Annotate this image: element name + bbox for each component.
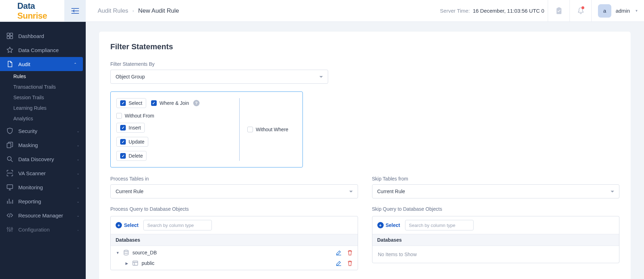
checkbox-without-where[interactable]: Without Where — [247, 127, 288, 132]
process-query-label: Process Query to Database Objects — [110, 206, 358, 212]
sidebar-item-security[interactable]: Security ⌄ — [0, 124, 86, 138]
databases-header: Databases — [111, 234, 358, 246]
sidebar-subitem-rules[interactable]: Rules — [13, 71, 86, 82]
avatar: a — [598, 4, 611, 18]
chevron-down-icon: ⌄ — [77, 185, 79, 189]
skip-select-button[interactable]: +Select — [377, 222, 400, 228]
collapse-toggle[interactable]: ▼ — [116, 251, 120, 255]
sidebar-collapse-button[interactable] — [64, 0, 86, 22]
statement-types-box: Select Where & Join? Without From Insert… — [110, 91, 303, 167]
code-icon — [6, 212, 13, 219]
scan-icon — [6, 170, 13, 177]
breadcrumb-current: New Audit Rule — [138, 7, 179, 14]
server-time: Server Time: 16 December, 11:03:56 UTC 0 — [440, 8, 544, 14]
svg-point-10 — [9, 230, 11, 231]
svg-rect-2 — [7, 33, 9, 36]
help-icon[interactable]: ? — [193, 100, 200, 106]
svg-rect-6 — [7, 143, 11, 148]
user-menu[interactable]: a admin ▾ — [591, 0, 644, 21]
chevron-down-icon: ⌄ — [77, 199, 79, 203]
sidebar-item-data-discovery[interactable]: Data Discovery ⌄ — [0, 152, 86, 166]
chevron-down-icon: ⌄ — [77, 171, 79, 175]
trash-icon[interactable] — [347, 260, 353, 266]
chevron-down-icon: ▾ — [636, 8, 638, 13]
chevron-down-icon: ⌄ — [77, 228, 79, 232]
plus-icon: + — [377, 222, 384, 228]
checkbox-insert[interactable]: Insert — [116, 123, 145, 133]
expand-toggle[interactable]: ▶ — [125, 261, 129, 265]
collapse-icon — [71, 8, 79, 14]
breadcrumb: Audit Rules › New Audit Rule — [98, 7, 179, 14]
filter-by-select[interactable]: Object Group — [110, 70, 328, 84]
user-name: admin — [616, 8, 630, 14]
dashboard-icon — [6, 32, 13, 39]
sidebar-item-audit[interactable]: Audit ⌃ — [0, 57, 83, 71]
sidebar-item-reporting[interactable]: Reporting ⌄ — [0, 194, 86, 208]
sidebar-subitem-analytics[interactable]: Analytics — [13, 113, 86, 124]
edit-icon[interactable] — [336, 250, 341, 255]
sidebar-item-configuration[interactable]: Configuration ⌄ — [0, 222, 86, 236]
checkbox-without-from[interactable]: Without From — [116, 113, 154, 119]
shield-icon — [6, 127, 13, 134]
page-title: Filter Statements — [110, 42, 619, 51]
clipboard-button[interactable] — [548, 0, 570, 22]
svg-rect-3 — [10, 33, 13, 36]
sidebar-item-data-compliance[interactable]: Data Compliance — [0, 43, 86, 57]
notifications-button[interactable] — [570, 0, 591, 22]
plus-icon: + — [116, 222, 122, 228]
sliders-icon — [6, 226, 13, 233]
chevron-down-icon: ⌄ — [77, 143, 79, 147]
empty-state: No Items to Show — [372, 246, 619, 263]
notification-dot — [581, 6, 584, 9]
chevron-up-icon: ⌃ — [74, 62, 77, 66]
checkbox-where-join[interactable]: Where & Join? — [151, 98, 200, 108]
checkbox-update[interactable]: Update — [116, 137, 148, 147]
sidebar-item-resource-manager[interactable]: Resource Manager ⌄ — [0, 208, 86, 222]
checkbox-select[interactable]: Select — [116, 98, 146, 108]
svg-rect-13 — [133, 261, 138, 265]
svg-rect-8 — [7, 185, 13, 189]
chevron-down-icon: ⌄ — [77, 214, 79, 217]
edit-icon[interactable] — [336, 260, 341, 266]
chevron-down-icon: ⌄ — [77, 129, 79, 133]
svg-rect-1 — [558, 7, 560, 9]
svg-rect-4 — [7, 36, 9, 39]
svg-point-12 — [124, 250, 128, 252]
tree-row-schema[interactable]: ▶ public — [111, 258, 358, 268]
monitor-icon — [6, 184, 13, 191]
databases-header: Databases — [372, 234, 619, 246]
svg-point-7 — [7, 157, 11, 160]
svg-point-9 — [7, 228, 8, 229]
checkbox-delete[interactable]: Delete — [116, 151, 147, 161]
trash-icon[interactable] — [347, 250, 353, 255]
skip-query-label: Skip Query to Database Objects — [372, 206, 620, 212]
sidebar-item-masking[interactable]: Masking ⌄ — [0, 138, 86, 152]
process-tables-label: Process Tables in — [110, 176, 358, 182]
process-select-button[interactable]: +Select — [116, 222, 138, 228]
skip-tables-select[interactable]: Current Rule — [372, 184, 620, 198]
svg-point-11 — [11, 228, 13, 229]
tree-row-database[interactable]: ▼ source_DB — [111, 247, 358, 258]
search-icon — [6, 156, 13, 163]
sidebar-item-va-scanner[interactable]: VA Scanner ⌄ — [0, 166, 86, 180]
copy-icon — [6, 141, 13, 148]
sidebar-subitem-learning-rules[interactable]: Learning Rules — [13, 103, 86, 113]
clipboard-icon — [556, 7, 562, 14]
sidebar-subitem-session-trails[interactable]: Session Trails — [13, 92, 86, 103]
star-icon — [6, 46, 13, 53]
sidebar-subitem-transactional-trails[interactable]: Transactional Trails — [13, 82, 86, 92]
sidebar-item-monitoring[interactable]: Monitoring ⌄ — [0, 180, 86, 194]
logo: DataSunrise — [0, 0, 64, 22]
document-icon — [6, 61, 13, 68]
sidebar: Dashboard Data Compliance Audit ⌃ Rules … — [0, 22, 86, 279]
svg-rect-5 — [10, 36, 13, 39]
process-search-input[interactable] — [143, 220, 212, 230]
sidebar-item-dashboard[interactable]: Dashboard — [0, 29, 86, 43]
breadcrumb-parent[interactable]: Audit Rules — [98, 7, 128, 14]
skip-tables-label: Skip Tables from — [372, 176, 620, 182]
database-icon — [123, 250, 129, 255]
skip-search-input[interactable] — [405, 220, 474, 230]
filter-by-label: Filter Statements By — [110, 61, 619, 67]
schema-icon — [132, 260, 138, 266]
process-tables-select[interactable]: Current Rule — [110, 184, 358, 198]
